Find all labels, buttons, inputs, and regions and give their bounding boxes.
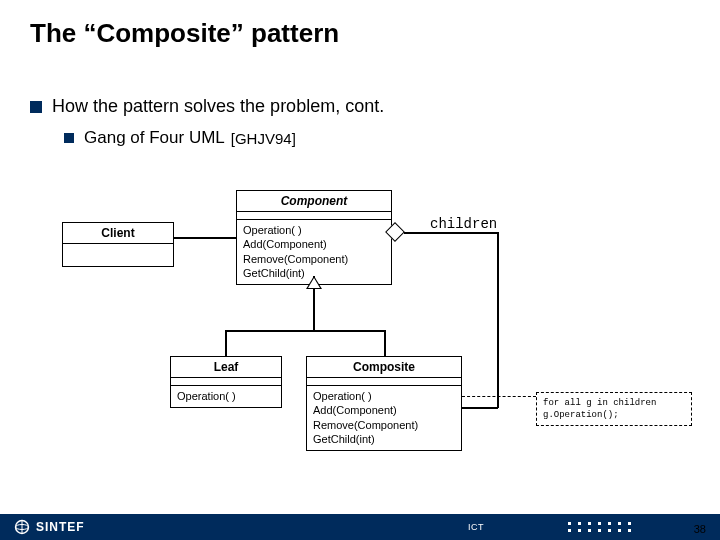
bullet-level1: How the pattern solves the problem, cont… — [30, 96, 384, 117]
page-number: 38 — [694, 523, 706, 535]
uml-inheritance-arrow-icon — [306, 276, 322, 289]
uml-agg-line — [462, 407, 498, 409]
uml-ops-compartment: Operation( ) Add(Component) Remove(Compo… — [237, 220, 391, 284]
uml-gen-line — [384, 330, 386, 356]
bullet-level2-text: Gang of Four UML — [84, 128, 225, 148]
uml-class-client: Client — [62, 222, 174, 267]
uml-agg-line — [404, 232, 498, 234]
bullet-level2: Gang of Four UML [GHJV94] — [64, 128, 296, 148]
footer-dots-icon — [568, 522, 632, 532]
uml-op: Operation( ) — [177, 389, 275, 403]
uml-class-leaf: Leaf Operation( ) — [170, 356, 282, 408]
page-title: The “Composite” pattern — [30, 18, 339, 49]
brand-text: SINTEF — [36, 520, 85, 534]
uml-class-name: Leaf — [171, 357, 281, 378]
uml-class-name: Client — [63, 223, 173, 244]
uml-note-line: g.Operation(); — [543, 409, 685, 421]
uml-attr-compartment — [171, 378, 281, 386]
bullet-square-icon — [30, 101, 42, 113]
uml-op: Add(Component) — [313, 403, 455, 417]
uml-class-name: Composite — [307, 357, 461, 378]
uml-note: for all g in children g.Operation(); — [536, 392, 692, 426]
bullet-reference: [GHJV94] — [231, 130, 296, 147]
uml-class-composite: Composite Operation( ) Add(Component) Re… — [306, 356, 462, 451]
globe-icon — [14, 519, 30, 535]
uml-gen-line — [313, 314, 315, 331]
uml-op: Remove(Component) — [313, 418, 455, 432]
uml-op: Operation( ) — [313, 389, 455, 403]
brand-logo: SINTEF — [14, 519, 85, 535]
uml-attr-compartment — [307, 378, 461, 386]
uml-role-label: children — [430, 216, 497, 232]
footer-bar: SINTEF ICT — [0, 514, 720, 540]
uml-op: Remove(Component) — [243, 252, 385, 266]
uml-association-line — [174, 237, 236, 239]
uml-note-line: for all g in children — [543, 397, 685, 409]
bullet-square-icon — [64, 133, 74, 143]
uml-note-anchor-line — [462, 396, 536, 397]
uml-op: Add(Component) — [243, 237, 385, 251]
uml-op: GetChild(int) — [313, 432, 455, 446]
uml-attr-compartment — [237, 212, 391, 220]
bullet-level1-text: How the pattern solves the problem, cont… — [52, 96, 384, 117]
uml-op: Operation( ) — [243, 223, 385, 237]
uml-gen-line — [225, 330, 227, 356]
uml-class-component: Component Operation( ) Add(Component) Re… — [236, 190, 392, 285]
uml-class-name: Component — [237, 191, 391, 212]
uml-ops-compartment: Operation( ) — [171, 386, 281, 407]
uml-agg-line — [497, 232, 499, 408]
uml-gen-line — [225, 330, 385, 332]
uml-ops-compartment: Operation( ) Add(Component) Remove(Compo… — [307, 386, 461, 450]
footer-label: ICT — [468, 522, 484, 532]
